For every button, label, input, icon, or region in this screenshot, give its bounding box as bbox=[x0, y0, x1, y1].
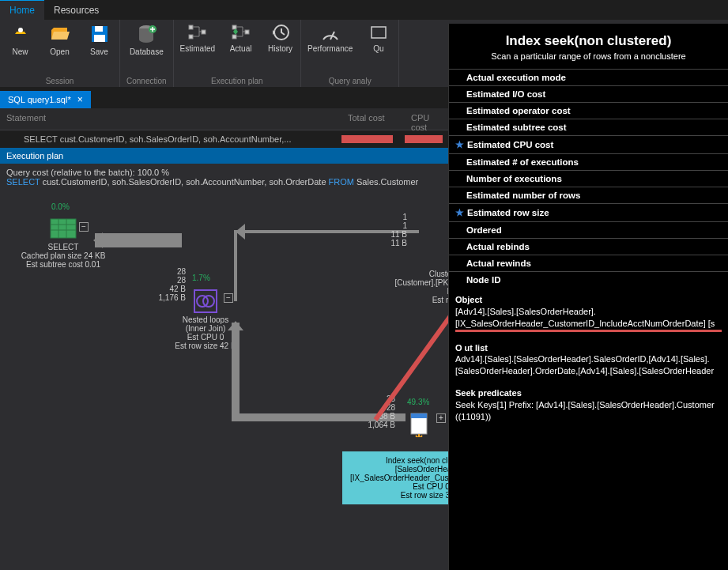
actual-label: Actual bbox=[230, 44, 252, 53]
prop-row[interactable]: Ordered bbox=[449, 221, 728, 238]
performance-label: Performance bbox=[307, 44, 353, 53]
bottom-stats: 282838 B1,064 B bbox=[364, 394, 395, 429]
svg-rect-6 bbox=[189, 25, 193, 29]
svg-rect-19 bbox=[194, 290, 217, 312]
top-stats: 1111 B11 B bbox=[383, 213, 407, 247]
history-button[interactable]: History bbox=[266, 24, 294, 53]
execplan-group-label: Execution plan bbox=[211, 77, 263, 85]
performance-button[interactable]: Performance bbox=[307, 24, 353, 53]
doc-tab[interactable]: SQL query1.sql* × bbox=[0, 91, 91, 108]
collapse-toggle[interactable] bbox=[224, 293, 233, 303]
prop-row[interactable]: Estimated subtree cost bbox=[449, 119, 728, 135]
properties-panel: Index seek(non clustered) Scan a particu… bbox=[448, 24, 728, 570]
prop-object: Object [Adv14].[Sales].[SalesOrderHeader… bbox=[449, 288, 728, 336]
grid-row-text: SELECT cust.CustomerID, soh.SalesOrderID… bbox=[0, 134, 341, 144]
menu-bar: Home Resources bbox=[0, 0, 728, 20]
arrow bbox=[95, 233, 182, 247]
menu-home[interactable]: Home bbox=[0, 0, 44, 20]
prop-row[interactable]: Node ID bbox=[449, 271, 728, 288]
prop-seek-predicates: Seek predicates Seek Keys[1] Prefix: [Ad… bbox=[449, 381, 728, 427]
svg-rect-9 bbox=[232, 25, 236, 29]
prop-row[interactable]: Estimated row size bbox=[449, 203, 728, 221]
arrow bbox=[232, 323, 240, 413]
index-seek-cost: 49.3% bbox=[407, 398, 429, 406]
doc-tab-name: SQL query1.sql* bbox=[8, 95, 71, 104]
prop-output-list: O ut list Adv14].[Sales].[SalesOrderHead… bbox=[449, 336, 728, 382]
open-button[interactable]: Open bbox=[46, 24, 74, 56]
prop-row[interactable]: Estimated number of rows bbox=[449, 187, 728, 203]
svg-rect-13 bbox=[372, 27, 386, 38]
node-clustered-seek[interactable]: Clustere [Customer].[PK_C Est Est row bbox=[372, 270, 458, 304]
actual-button[interactable]: Actual bbox=[227, 24, 255, 53]
history-label: History bbox=[268, 44, 292, 53]
session-group-label: Session bbox=[46, 77, 74, 85]
svg-rect-8 bbox=[202, 30, 206, 34]
svg-rect-7 bbox=[189, 35, 193, 39]
estimated-label: Estimated bbox=[180, 44, 215, 53]
query-label: Qu bbox=[373, 44, 383, 53]
prop-row[interactable]: Estimated # of executions bbox=[449, 153, 728, 170]
col-totalcost[interactable]: Total cost bbox=[341, 108, 405, 130]
save-button[interactable]: Save bbox=[85, 24, 113, 56]
prop-subtitle: Scan a particular range of rows from a n… bbox=[449, 51, 728, 69]
prop-row[interactable]: Estimated operator cost bbox=[449, 102, 728, 119]
new-button[interactable]: New bbox=[6, 24, 34, 56]
prop-row[interactable]: Actual rewinds bbox=[449, 255, 728, 271]
estimated-button[interactable]: Estimated bbox=[180, 24, 215, 53]
svg-rect-3 bbox=[94, 35, 105, 42]
svg-rect-10 bbox=[232, 35, 236, 39]
save-label: Save bbox=[90, 47, 108, 56]
database-label: Database bbox=[130, 47, 164, 56]
connection-group-label: Connection bbox=[126, 77, 167, 85]
svg-rect-11 bbox=[245, 30, 249, 34]
prop-title: Index seek(non clustered) bbox=[449, 24, 728, 51]
svg-rect-23 bbox=[411, 413, 427, 418]
new-label: New bbox=[12, 47, 28, 56]
expand-toggle[interactable] bbox=[436, 413, 446, 423]
nested-cost: 1.7% bbox=[192, 274, 210, 282]
database-button[interactable]: Database bbox=[130, 24, 164, 56]
prop-row[interactable]: Actual rebinds bbox=[449, 238, 728, 255]
svg-rect-2 bbox=[95, 26, 103, 32]
open-label: Open bbox=[50, 47, 69, 56]
prop-row[interactable]: Estimated CPU cost bbox=[449, 135, 728, 153]
col-cpucost[interactable]: CPU cost bbox=[405, 108, 452, 130]
menu-resources[interactable]: Resources bbox=[44, 0, 108, 20]
svg-point-0 bbox=[18, 28, 23, 32]
svg-rect-14 bbox=[51, 219, 76, 238]
col-statement[interactable]: Statement bbox=[0, 108, 341, 130]
prop-row[interactable]: Estimated I/O cost bbox=[449, 85, 728, 102]
collapse-toggle[interactable] bbox=[79, 222, 89, 232]
prop-row[interactable]: Number of executions bbox=[449, 170, 728, 187]
arrow bbox=[234, 230, 237, 301]
queryanaly-group-label: Query analy bbox=[329, 77, 372, 85]
close-icon[interactable]: × bbox=[77, 94, 83, 105]
node-index-seek[interactable] bbox=[405, 410, 433, 439]
select-cost: 0.0% bbox=[51, 202, 70, 211]
query-button[interactable]: Qu bbox=[364, 24, 392, 53]
prop-row[interactable]: Actual execution mode bbox=[449, 69, 728, 85]
